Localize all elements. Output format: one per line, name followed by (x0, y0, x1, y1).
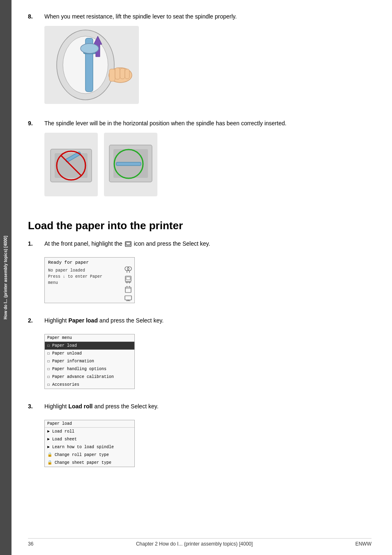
menu1-item-2: ☐ Paper information (45, 357, 134, 365)
step-8-text: When you meet resistance, lift the spind… (44, 12, 371, 21)
menu-mockup-1: Paper menu ☐ Paper load ☐ Paper unload ☐… (44, 334, 135, 389)
page-container: How do I... (printer assembly topics) [4… (0, 0, 392, 555)
menu-mockup-2: Paper load ► Load roll ► Load sheet ► Le… (44, 420, 135, 467)
main-content: 8. When you meet resistance, lift the sp… (12, 0, 392, 555)
step-9: 9. The spindle lever will be in the hori… (28, 119, 371, 207)
footer-page-number: 36 (28, 541, 33, 547)
svg-rect-10 (125, 69, 129, 79)
illustration-8 (44, 26, 371, 105)
menu2-item-3: 🔒 Change roll paper type (45, 451, 134, 459)
footer-chapter: Chapter 2 How do I... (printer assembly … (136, 541, 253, 547)
svg-rect-7 (109, 69, 115, 81)
menu1-item-0: ☐ Paper load (45, 342, 134, 350)
step-8-number: 8. (28, 12, 44, 113)
svg-rect-9 (120, 68, 125, 79)
panel-mockup-1: Ready for paper No paper loaded Press ↓ … (44, 257, 135, 303)
panel-icons (122, 258, 134, 303)
panel1-title: Ready for paper (48, 260, 119, 265)
panel-icon-3 (125, 286, 132, 294)
step-3-number: 3. (28, 402, 44, 474)
menu2-item-0: ► Load roll (45, 428, 134, 435)
menu1-item-3: ☐ Paper handling options (45, 365, 134, 373)
section-heading: Load the paper into the printer (28, 219, 371, 232)
step-2-content: Highlight Paper load and press the Selec… (44, 316, 371, 396)
svg-rect-24 (126, 242, 130, 245)
svg-rect-8 (115, 68, 120, 79)
menu1-title: Paper menu (45, 334, 134, 342)
svg-point-11 (81, 44, 99, 53)
illustration-9 (44, 133, 371, 200)
step-3-bold: Load roll (68, 403, 92, 410)
svg-rect-39 (125, 296, 131, 300)
svg-rect-31 (126, 277, 130, 280)
step-1-number: 1. (28, 240, 44, 310)
svg-point-26 (125, 267, 129, 271)
page-footer: 36 Chapter 2 How do I... (printer assemb… (28, 538, 371, 547)
menu1-item-5: ☐ Accessories (45, 381, 134, 389)
panel-icon-4 (125, 295, 132, 301)
step-3: 3. Highlight Load roll and press the Sel… (28, 402, 371, 474)
step-9-content: The spindle lever will be in the horizon… (44, 119, 371, 207)
footer-enww: ENWW (355, 541, 371, 547)
menu1-item-4: ☐ Paper advance calibration (45, 373, 134, 381)
front-panel-icon (125, 241, 131, 247)
spindle-horizontal-illustration (44, 133, 159, 198)
menu2-item-1: ► Load sheet (45, 435, 134, 443)
panel-icon-1 (124, 266, 132, 274)
step-8: 8. When you meet resistance, lift the sp… (28, 12, 371, 113)
step-2: 2. Highlight Paper load and press the Se… (28, 316, 371, 396)
menu2-item-4: 🔒 Change sheet paper type (45, 459, 134, 467)
panel-icon-2 (125, 276, 132, 284)
svg-rect-35 (125, 287, 131, 292)
step-9-text: The spindle lever will be in the horizon… (44, 119, 371, 128)
svg-point-27 (127, 267, 131, 271)
side-tab-text: How do I... (printer assembly topics) [4… (3, 236, 8, 319)
panel1-body: No paper loaded Press ↓ to enter Paper m… (48, 267, 119, 286)
svg-rect-21 (116, 162, 141, 166)
menu1-item-1: ☐ Paper unload (45, 350, 134, 357)
step-1-text: At the front panel, highlight the icon a… (44, 240, 371, 248)
step-2-bold: Paper load (68, 317, 98, 324)
step-3-content: Highlight Load roll and press the Select… (44, 402, 371, 474)
step-3-text: Highlight Load roll and press the Select… (44, 402, 371, 411)
step-1-content: At the front panel, highlight the icon a… (44, 240, 371, 310)
step-1: 1. At the front panel, highlight the ico… (28, 240, 371, 310)
side-tab: How do I... (printer assembly topics) [4… (0, 0, 12, 555)
step-2-number: 2. (28, 316, 44, 396)
step-9-number: 9. (28, 119, 44, 207)
menu2-item-2: ► Learn how to load spindle (45, 443, 134, 451)
spindle-lift-illustration (44, 26, 139, 104)
step-2-text: Highlight Paper load and press the Selec… (44, 316, 371, 325)
step-8-content: When you meet resistance, lift the spind… (44, 12, 371, 113)
menu2-title: Paper load (45, 420, 134, 428)
